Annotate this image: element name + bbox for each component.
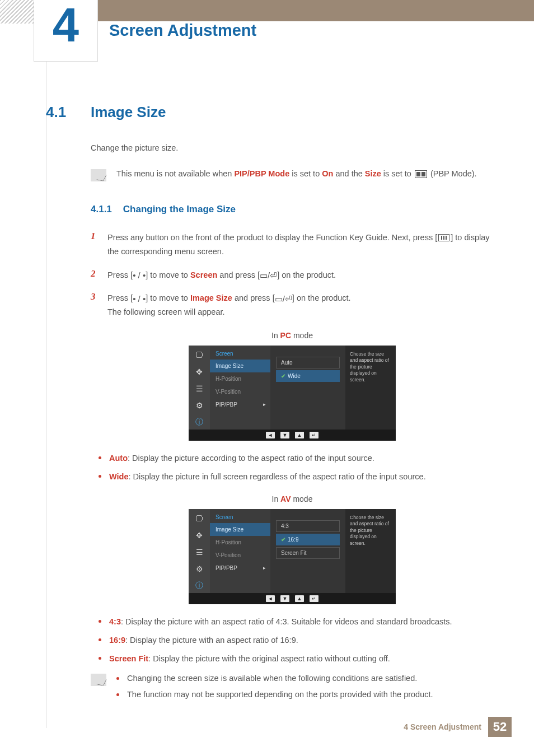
- page-footer: 4 Screen Adjustment 52: [404, 717, 512, 737]
- osd-option-selected: ✔Wide: [276, 370, 340, 382]
- osd-options: Auto ✔Wide: [270, 346, 345, 430]
- osd-menu-item: Image Size: [210, 523, 270, 536]
- osd-footer-nav: ◄ ▼ ▲ ↵: [189, 593, 396, 604]
- osd-help-text: Choose the size and aspect ratio of the …: [345, 346, 396, 430]
- nav-up-icon: ▲: [295, 432, 304, 438]
- list-item: Changing the screen size is available wh…: [116, 673, 494, 685]
- nav-enter-icon: ↵: [310, 595, 318, 602]
- page-number: 52: [488, 717, 512, 737]
- step-number: 2: [91, 268, 100, 282]
- pc-mode-options-list: Auto: Display the picture according to t…: [99, 452, 494, 483]
- list-item: Screen Fit: Display the picture with the…: [99, 652, 494, 665]
- step-2: 2 Press [ • / • ] to move to Screen and …: [91, 268, 494, 282]
- note-text: This menu is not available when PIP/PBP …: [116, 168, 477, 180]
- chapter-number: 4: [53, 0, 79, 49]
- subsection-heading: 4.1.1 Changing the Image Size: [91, 204, 494, 215]
- osd-menu-item: H-Position: [210, 372, 270, 385]
- footer-chapter-label: 4 Screen Adjustment: [404, 722, 481, 731]
- osd-menu-item: PIP/PBP▸: [210, 398, 270, 411]
- nav-left-icon: ◄: [266, 432, 275, 438]
- osd-rail: 🖵 ✥ ☰ ⚙ ⓘ: [189, 346, 210, 430]
- chapter-title: Screen Adjustment: [109, 21, 256, 40]
- osd-option: 4:3: [276, 520, 340, 532]
- list-item: 16:9: Display the picture with an aspect…: [99, 634, 494, 647]
- av-mode-options-list: 4:3: Display the picture with an aspect …: [99, 615, 494, 666]
- list-icon: ☰: [193, 547, 205, 557]
- osd-menu-header: Screen: [210, 349, 270, 360]
- list-item: Auto: Display the picture according to t…: [99, 452, 494, 465]
- note-icon: [91, 674, 106, 686]
- step-number: 3: [91, 291, 100, 320]
- osd-menu-item: V-Position: [210, 385, 270, 398]
- note-line: Changing the screen size is available wh…: [127, 673, 417, 685]
- step-1: 1 Press any button on the front of the p…: [91, 231, 494, 259]
- pbp-icon: [415, 170, 427, 178]
- step-3: 3 Press [ • / • ] to move to Image Size …: [91, 291, 494, 320]
- position-icon: ✥: [193, 530, 205, 540]
- list-item: Wide: Display the picture in full screen…: [99, 470, 494, 483]
- osd-menu-item: V-Position: [210, 549, 270, 562]
- chapter-badge: 4: [34, 0, 98, 62]
- section-title: Image Size: [91, 104, 166, 121]
- position-icon: ✥: [193, 367, 205, 377]
- gear-icon: ⚙: [193, 400, 205, 410]
- nav-down-icon: ▼: [280, 432, 289, 438]
- nav-enter-icon: ↵: [310, 432, 318, 438]
- osd-menu-item: H-Position: [210, 536, 270, 549]
- note-icon: [91, 169, 106, 181]
- subsection-title: Changing the Image Size: [123, 204, 236, 215]
- step-number: 1: [91, 231, 100, 259]
- gear-icon: ⚙: [193, 564, 205, 574]
- osd-menu-item: Image Size: [210, 360, 270, 372]
- monitor-icon: 🖵: [193, 514, 205, 524]
- step-body: Press any button on the front of the pro…: [107, 231, 494, 259]
- list-item: The function may not be supported depend…: [116, 689, 494, 701]
- note-availability: This menu is not available when PIP/PBP …: [91, 168, 494, 181]
- step-body: Press [ • / • ] to move to Screen and pr…: [107, 268, 336, 282]
- nav-left-icon: ◄: [266, 595, 275, 602]
- osd-rail: 🖵 ✥ ☰ ⚙ ⓘ: [189, 509, 210, 593]
- section-heading: 4.1 Image Size: [46, 104, 494, 121]
- osd-help-text: Choose the size and aspect ratio of the …: [345, 509, 396, 593]
- osd-footer-nav: ◄ ▼ ▲ ↵: [189, 430, 396, 441]
- list-item: 4:3: Display the picture with an aspect …: [99, 615, 494, 628]
- info-icon: ⓘ: [193, 417, 205, 427]
- note-conditions: Changing the screen size is available wh…: [91, 673, 494, 707]
- mode-pc-caption: In PC mode: [91, 331, 494, 340]
- note-line: The function may not be supported depend…: [127, 689, 433, 701]
- mode-av-caption: In AV mode: [91, 494, 494, 503]
- osd-menu: Screen Image Size H-Position V-Position …: [210, 509, 270, 593]
- osd-option: Screen Fit: [276, 547, 340, 559]
- section-number: 4.1: [46, 104, 76, 121]
- osd-option: Auto: [276, 357, 340, 368]
- osd-menu: Screen Image Size H-Position V-Position …: [210, 346, 270, 430]
- nav-down-icon: ▼: [280, 595, 289, 602]
- subsection-number: 4.1.1: [91, 204, 112, 215]
- osd-options: 4:3 ✔16:9 Screen Fit: [270, 509, 345, 593]
- list-icon: ☰: [193, 384, 205, 394]
- nav-up-icon: ▲: [295, 595, 304, 602]
- menu-icon: [438, 234, 449, 241]
- osd-screenshot-av: 🖵 ✥ ☰ ⚙ ⓘ Screen Image Size H-Position V…: [189, 509, 396, 604]
- info-icon: ⓘ: [193, 581, 205, 591]
- monitor-icon: 🖵: [193, 350, 205, 360]
- step-body: Press [ • / • ] to move to Image Size an…: [107, 291, 351, 320]
- section-intro: Change the picture size.: [91, 142, 494, 155]
- osd-menu-header: Screen: [210, 512, 270, 523]
- osd-screenshot-pc: 🖵 ✥ ☰ ⚙ ⓘ Screen Image Size H-Position V…: [189, 346, 396, 441]
- osd-option-selected: ✔16:9: [276, 534, 340, 545]
- osd-menu-item: PIP/PBP▸: [210, 562, 270, 575]
